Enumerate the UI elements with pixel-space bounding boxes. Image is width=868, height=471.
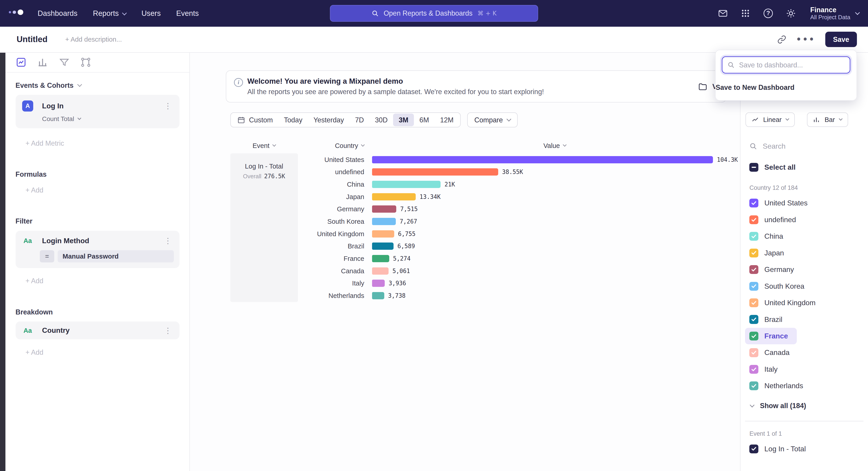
segment-search[interactable] — [745, 138, 864, 154]
range-today[interactable]: Today — [278, 114, 308, 126]
chart-type-dropdown[interactable]: Bar — [807, 112, 848, 127]
segment-country-item[interactable]: Netherlands — [745, 378, 812, 394]
bar-segment[interactable] — [372, 230, 394, 238]
segment-country-item[interactable]: Brazil — [745, 311, 791, 328]
add-breakdown-button[interactable]: + Add — [16, 348, 43, 356]
checkbox-icon[interactable] — [749, 248, 758, 258]
segment-country-item[interactable]: Germany — [745, 261, 803, 278]
bar-segment[interactable] — [372, 168, 498, 176]
save-to-new-dashboard[interactable]: Save to New Dashboard — [716, 77, 795, 98]
bar-segment[interactable] — [372, 279, 385, 287]
checkbox-icon[interactable] — [749, 315, 758, 324]
segment-country-item[interactable]: South Korea — [745, 278, 813, 294]
nav-users[interactable]: Users — [142, 9, 161, 18]
dashboard-search-input[interactable] — [739, 61, 839, 69]
copy-link-icon[interactable] — [777, 35, 786, 44]
chart-row: Canada5,061 — [298, 265, 738, 277]
checkbox-icon[interactable] — [749, 298, 758, 307]
filter-property-name[interactable]: Login Method — [42, 237, 89, 245]
mixpanel-logo-icon[interactable] — [9, 9, 23, 17]
checkbox-icon[interactable] — [749, 332, 758, 341]
filter-value[interactable]: Manual Password — [58, 250, 174, 262]
nav-reports[interactable]: Reports — [93, 9, 126, 18]
segment-label: Log In - Total — [765, 445, 806, 453]
bar-segment[interactable] — [372, 205, 397, 213]
range-6m[interactable]: 6M — [414, 114, 435, 126]
segment-country-item[interactable]: France — [745, 328, 797, 344]
indeterminate-checkbox-icon[interactable] — [749, 163, 758, 172]
aggregation-dropdown[interactable]: Count Total — [42, 115, 81, 123]
range-12m[interactable]: 12M — [434, 114, 459, 126]
segment-country-item[interactable]: Canada — [745, 344, 798, 361]
checkbox-icon[interactable] — [749, 444, 758, 453]
range-7d[interactable]: 7D — [349, 114, 369, 126]
checkbox-icon[interactable] — [749, 232, 758, 241]
help-icon[interactable]: ? — [763, 8, 774, 19]
kebab-menu-icon[interactable]: ⋮ — [162, 236, 174, 245]
breakdown-card[interactable]: Aa Country ⋮ — [16, 321, 180, 339]
checkbox-icon[interactable] — [749, 199, 758, 207]
kebab-menu-icon[interactable]: ⋮ — [162, 101, 174, 110]
checkbox-icon[interactable] — [749, 365, 758, 374]
filter-operator[interactable]: = — [40, 250, 54, 262]
nav-events[interactable]: Events — [176, 9, 199, 18]
segment-country-item[interactable]: United Kingdom — [745, 295, 825, 311]
range-yesterday[interactable]: Yesterday — [308, 114, 349, 126]
range-custom[interactable]: Custom — [232, 114, 278, 126]
bar-segment[interactable] — [372, 218, 396, 225]
tab-flows[interactable] — [80, 57, 91, 68]
events-section-header[interactable]: Events & Cohorts — [16, 82, 180, 89]
column-header-value[interactable]: Value — [372, 142, 737, 150]
add-metric-button[interactable]: + Add Metric — [16, 139, 64, 147]
segment-search-input[interactable] — [763, 142, 846, 150]
select-all-row[interactable]: Select all — [745, 159, 804, 176]
bar-segment[interactable] — [372, 292, 384, 299]
bar-segment[interactable] — [372, 242, 394, 250]
add-formula-button[interactable]: + Add — [16, 186, 43, 194]
feedback-mail-icon[interactable] — [717, 8, 728, 19]
settings-gear-icon[interactable] — [785, 8, 796, 19]
more-options-icon[interactable]: ••• — [796, 35, 815, 45]
kebab-menu-icon[interactable]: ⋮ — [162, 326, 174, 335]
segment-country-item[interactable]: Japan — [745, 244, 793, 261]
add-filter-button[interactable]: + Add — [16, 277, 43, 285]
segment-country-item[interactable]: United States — [745, 195, 816, 211]
checkbox-icon[interactable] — [749, 348, 758, 357]
show-all-button[interactable]: Show all (184) — [745, 399, 806, 413]
metric-card[interactable]: A Log In ⋮ Count Total — [16, 95, 180, 128]
global-search-button[interactable]: Open Reports & Dashboards ⌘ + K — [330, 5, 538, 22]
checkbox-icon[interactable] — [749, 215, 758, 224]
segment-label: South Korea — [765, 282, 804, 291]
checkbox-icon[interactable] — [749, 265, 758, 274]
save-button[interactable]: Save — [825, 32, 857, 47]
column-header-event[interactable]: Event — [230, 142, 298, 150]
checkbox-icon[interactable] — [749, 381, 758, 390]
segment-event-item[interactable]: Log In - Total — [745, 440, 815, 457]
bar-segment[interactable] — [372, 267, 389, 275]
compare-dropdown[interactable]: Compare — [467, 112, 518, 127]
range-30d[interactable]: 30D — [369, 114, 393, 126]
bar-segment[interactable] — [372, 181, 441, 188]
bar-segment[interactable] — [372, 156, 713, 163]
project-switcher[interactable]: Finance All Project Data — [810, 6, 859, 21]
column-header-country[interactable]: Country — [298, 142, 372, 150]
checkbox-icon[interactable] — [749, 282, 758, 291]
breakdown-property-name[interactable]: Country — [42, 326, 70, 334]
report-title[interactable]: Untitled — [17, 35, 48, 44]
range-3m[interactable]: 3M — [393, 114, 414, 126]
bar-segment[interactable] — [372, 255, 389, 262]
segment-country-item[interactable]: Italy — [745, 361, 786, 378]
filter-card[interactable]: Aa Login Method ⋮ = Manual Password — [16, 231, 180, 268]
tab-insights[interactable] — [16, 57, 27, 68]
scale-dropdown[interactable]: Linear — [745, 112, 795, 127]
apps-grid-icon[interactable] — [740, 8, 751, 19]
segment-country-item[interactable]: China — [745, 228, 792, 244]
add-description[interactable]: + Add description... — [65, 35, 122, 43]
metric-name[interactable]: Log In — [42, 102, 64, 110]
nav-dashboards[interactable]: Dashboards — [37, 9, 77, 18]
bar-segment[interactable] — [372, 193, 416, 200]
segment-country-item[interactable]: undefined — [745, 211, 805, 228]
tab-retention[interactable] — [59, 57, 70, 68]
tab-funnels[interactable] — [37, 57, 48, 68]
dashboard-search[interactable] — [722, 56, 850, 73]
